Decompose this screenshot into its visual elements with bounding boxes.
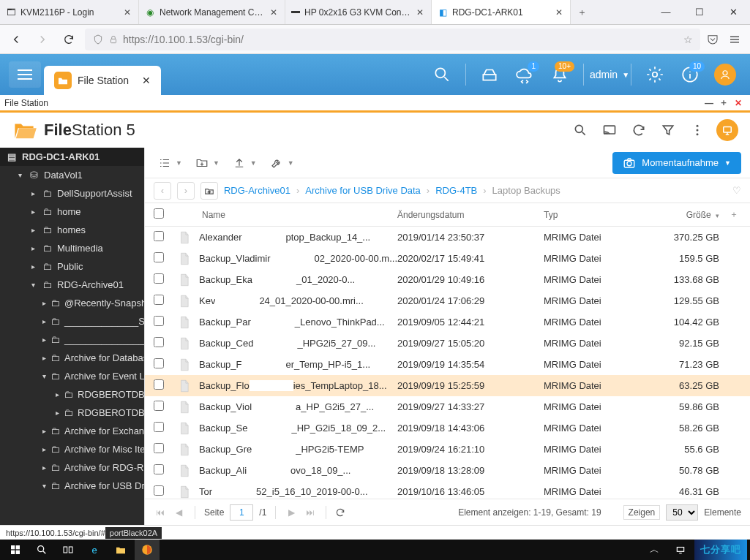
forward-button[interactable] [32,29,53,50]
close-icon[interactable]: ✕ [142,75,151,86]
row-checkbox[interactable] [154,464,164,474]
row-checkbox[interactable] [154,231,164,241]
last-page-button[interactable]: ⏭ [304,507,317,518]
menu-icon[interactable] [728,33,741,46]
pocket-icon[interactable] [706,33,719,46]
favorite-icon[interactable]: ♡ [732,185,741,196]
close-icon[interactable]: ✕ [122,7,132,18]
row-checkbox[interactable] [154,379,164,390]
tree-folder[interactable]: ▸🗀home [0,203,144,221]
start-button[interactable] [3,540,28,560]
user-menu[interactable]: admin ▼ [591,60,623,89]
add-column-button[interactable]: ＋ [727,208,741,221]
cloud-sync-icon[interactable]: 1 [509,60,541,89]
row-checkbox[interactable] [154,401,164,411]
tree-folder[interactable]: ▾🗀Archive for Event Logs [0,367,144,385]
firefox-icon[interactable] [135,540,160,560]
file-row[interactable]: Backup_Floies_TempLaptop_18... 2019/09/1… [145,375,750,396]
refresh-icon[interactable] [629,120,649,140]
tree-folder[interactable]: ▸🗀Public [0,257,144,276]
task-view-button[interactable] [56,540,80,560]
search-button[interactable] [29,540,54,560]
settings-icon[interactable] [639,60,671,89]
upload-button[interactable]: ▼ [228,154,261,173]
tree-folder[interactable]: ▸🗀DellSupportAssist [0,184,144,203]
tree-folder[interactable]: ▸🗀Archive for Misc Items [0,440,144,458]
tree-folder[interactable]: ▸🗀Archive for Databases [0,349,144,367]
row-checkbox[interactable] [154,295,164,305]
file-row[interactable]: Backup_Gre_HPG2i5-TEMP 2019/09/24 16:21:… [145,439,750,460]
tree-root[interactable]: ▤ RDG-DC1-ARK01 [0,148,144,166]
tree-folder[interactable]: ▾🗀Archive for USB Drive Da [0,477,144,495]
tree-folder[interactable]: ▸🗀Multimedia [0,239,144,257]
star-icon[interactable]: ☆ [683,34,693,45]
close-icon[interactable]: ✕ [554,7,564,18]
tree-folder[interactable]: ▸🗀Archive for Exchange [0,422,144,440]
browser-tab[interactable]: 🗔 KVM2116P - Login ✕ [0,0,139,24]
close-icon[interactable]: ✕ [269,7,279,18]
row-checkbox[interactable] [154,443,164,453]
reload-button[interactable] [59,29,79,50]
add-icon[interactable]: ＋ [716,97,731,109]
create-folder-button[interactable]: ▼ [191,154,224,173]
info-icon[interactable]: 10 [674,60,706,89]
dashboard-icon[interactable] [473,60,506,89]
refresh-button[interactable] [335,507,348,518]
row-checkbox[interactable] [154,273,164,284]
url-field[interactable]: https://10.100.1.53/cgi-bin/ ☆ [85,29,700,50]
row-checkbox[interactable] [154,485,164,496]
row-checkbox[interactable] [154,422,164,432]
tree-folder[interactable]: ▸🗀@Recently-Snapshot [0,294,144,312]
breadcrumb-item[interactable]: RDG-Archive01 [224,185,290,196]
tree-folder[interactable]: ▸🗀RDGBEROTDB01 [0,385,144,404]
select-all-checkbox[interactable] [154,208,164,219]
minimize-icon[interactable]: — [702,98,716,108]
file-row[interactable]: Backup_Fer_Temp_HP-i5_1... 2019/09/19 14… [145,354,750,375]
breadcrumb-item[interactable]: RDG-4TB [435,185,477,196]
close-icon[interactable]: ✕ [415,7,425,18]
tools-button[interactable]: ▼ [266,154,299,173]
search-icon[interactable] [426,60,458,89]
file-row[interactable]: Backup_Aliovo_18_09_... 2019/09/18 13:28… [145,460,750,481]
browser-tab-active[interactable]: ◧ RDG-DC1-ARK01 ✕ [432,0,571,24]
tree-folder[interactable]: ▸🗀______________SSD_Backup [0,312,144,330]
col-size-header[interactable]: Größe ▾ [646,210,727,220]
view-mode-button[interactable]: ▼ [154,154,187,173]
tree-folder[interactable]: ▾🗀RDG-Archive01 [0,276,144,294]
file-row[interactable]: Backup_Se_HP_G2i5_18_09_2... 2019/09/18 … [145,417,750,439]
file-row[interactable]: Backup_Viola_HP_G2i5_27_... 2019/09/27 1… [145,396,750,417]
col-type-header[interactable]: Typ [544,210,646,220]
file-row[interactable]: Backup_Par_Lenovo_ThinkPad... 2019/09/05… [145,311,750,333]
file-row[interactable]: Alexanderptop_Backup_14_... 2019/01/14 2… [145,227,750,248]
tray-network-icon[interactable] [668,540,693,560]
page-input[interactable] [230,504,253,521]
bell-icon[interactable]: 10+ [544,60,576,89]
prev-page-button[interactable]: ◀ [173,507,186,518]
remote-icon[interactable] [716,119,738,141]
nav-up-button[interactable] [200,182,218,200]
first-page-button[interactable]: ⏮ [154,507,167,518]
tree-folder[interactable]: ▸🗀Archive for RDG-RDS-VD [0,458,144,477]
tray-up-icon[interactable]: ︿ [642,540,667,560]
close-window-button[interactable]: ✕ [716,0,750,25]
row-checkbox[interactable] [154,358,164,368]
browser-tab[interactable]: HP 0x2x16 G3 KVM Console ✕ [285,0,432,24]
minimize-button[interactable]: — [649,0,683,25]
row-checkbox[interactable] [154,337,164,347]
avatar[interactable] [709,60,741,89]
explorer-icon[interactable] [108,540,133,560]
row-checkbox[interactable] [154,316,164,326]
back-button[interactable] [6,29,26,50]
snapshot-button[interactable]: Momentaufnahme ▼ [612,152,741,174]
nav-back-button[interactable]: ‹ [154,182,171,200]
col-date-header[interactable]: Änderungsdatum [397,210,544,220]
page-size-select[interactable]: 50 [666,504,698,521]
file-row[interactable]: Backup_Vladimir02_2020-00-00.m... 2020/0… [145,248,750,269]
more-icon[interactable] [687,120,708,140]
file-row[interactable]: Tor52_i5_16_10_2019-00-0... 2019/10/16 1… [145,481,750,499]
file-row[interactable]: Backup_Ced_HPG2i5_27_09... 2019/09/27 15… [145,333,750,354]
tree-folder[interactable]: ▸🗀homes [0,221,144,239]
browser-tab[interactable]: ◉ Network Management Card ✕ [139,0,285,24]
tree-volume[interactable]: ▾ ⛁ DataVol1 [0,166,144,184]
file-row[interactable]: Backup_Eka_01_2020-0... 2020/01/29 10:49… [145,269,750,290]
